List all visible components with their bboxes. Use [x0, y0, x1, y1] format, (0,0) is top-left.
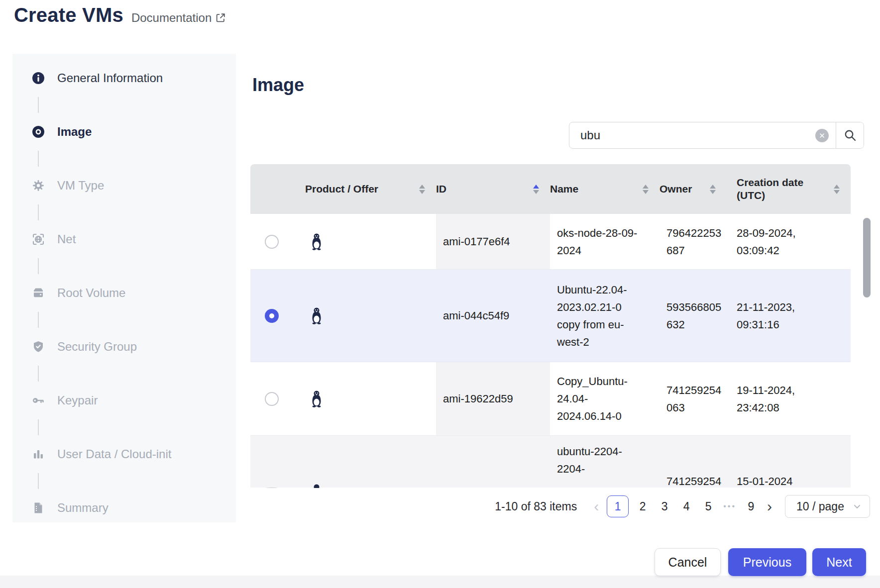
table-row-selected[interactable]: ami-044c54f9 Ubuntu-22.04-2023.02.21-0 c…: [250, 270, 851, 362]
sidebar-item-keypair[interactable]: Keypair: [31, 391, 98, 410]
sidebar-item-image[interactable]: Image: [31, 122, 92, 142]
step-connector: [38, 366, 39, 382]
sidebar-item-vm-type[interactable]: VM Type: [31, 176, 104, 196]
chevron-down-icon: [853, 502, 862, 511]
linux-penguin-icon: [309, 307, 436, 325]
cell-id: [436, 436, 550, 488]
cell-name: Copy_Ubuntu-24.04- 2024.06.14-0: [550, 362, 660, 435]
sidebar-item-label: User Data / Cloud-init: [57, 447, 171, 461]
cell-creation-date: 28-09-2024,03:09:42: [727, 214, 851, 269]
cancel-button[interactable]: Cancel: [655, 548, 721, 576]
table-row[interactable]: ubuntu-2204-2204- 741259254 15-01-2024: [250, 436, 851, 488]
page-button-5[interactable]: 5: [701, 500, 716, 513]
column-header-creation-date[interactable]: Creation date (UTC): [727, 164, 851, 214]
section-heading: Image: [252, 75, 304, 96]
cell-creation-date: 15-01-2024: [727, 436, 851, 488]
column-header-select: [250, 164, 293, 214]
radio-button[interactable]: [265, 235, 279, 249]
column-header-id[interactable]: ID: [436, 164, 550, 214]
sidebar-item-label: Summary: [57, 501, 109, 515]
disk-icon: [31, 286, 45, 300]
cell-owner: 796422253687: [660, 214, 727, 269]
wizard-steps-sidebar: General Information Image VM Type: [12, 54, 236, 522]
sidebar-item-general-information[interactable]: General Information: [31, 68, 163, 88]
page-button-9[interactable]: 9: [744, 500, 759, 513]
page-button-4[interactable]: 4: [679, 500, 694, 513]
sidebar-item-net[interactable]: Net: [31, 229, 76, 249]
sidebar-item-label: General Information: [57, 71, 163, 85]
table-body: ami-0177e6f4 oks-node-28-09-2024 7964222…: [250, 214, 851, 488]
sidebar-item-summary[interactable]: Summary: [31, 498, 109, 518]
cell-id: ami-0177e6f4: [436, 214, 550, 269]
table-header-row: Product / Offer ID Name Owner Creation d…: [250, 164, 851, 214]
document-icon: [31, 501, 45, 515]
linux-penguin-icon: [309, 484, 436, 488]
cell-owner: 593566805632: [660, 270, 727, 362]
info-icon: [31, 71, 45, 85]
sidebar-item-security-group[interactable]: Security Group: [31, 337, 137, 357]
cell-id: ami-044c54f9: [436, 270, 550, 362]
column-header-name[interactable]: Name: [550, 164, 660, 214]
next-button[interactable]: Next: [812, 548, 866, 576]
sort-icon[interactable]: [643, 185, 649, 194]
sort-icon-active-asc[interactable]: [533, 185, 539, 194]
step-connector: [38, 312, 39, 328]
table-row[interactable]: ami-0177e6f4 oks-node-28-09-2024 7964222…: [250, 214, 851, 270]
column-header-product-offer[interactable]: Product / Offer: [293, 164, 436, 214]
sidebar-item-root-volume[interactable]: Root Volume: [31, 283, 125, 303]
next-page-button[interactable]: ›: [762, 499, 777, 514]
page-header: Create VMs Documentation: [14, 4, 226, 26]
step-connector: [38, 419, 39, 435]
globe-scan-icon: [31, 232, 45, 246]
image-search: ubu ✕: [569, 122, 864, 149]
cell-id: ami-19622d59: [436, 362, 550, 435]
documentation-link[interactable]: Documentation: [131, 11, 226, 25]
radio-dot-icon: [31, 125, 45, 139]
cell-name: Ubuntu-22.04-2023.02.21-0 copy from eu-w…: [550, 270, 660, 362]
column-header-owner[interactable]: Owner: [660, 164, 727, 214]
cell-creation-date: 21-11-2023,09:31:16: [727, 270, 851, 362]
external-link-icon: [215, 12, 226, 23]
bar-chart-icon: [31, 447, 45, 461]
page-title: Create VMs: [14, 4, 123, 26]
footer-strip: [0, 576, 880, 588]
page-button-2[interactable]: 2: [635, 500, 650, 513]
linux-penguin-icon: [309, 390, 436, 408]
table-row[interactable]: ami-19622d59 Copy_Ubuntu-24.04- 2024.06.…: [250, 362, 851, 436]
search-value: ubu: [580, 128, 815, 142]
shield-check-icon: [31, 340, 45, 354]
page-button-1-active[interactable]: 1: [607, 495, 629, 517]
sort-icon[interactable]: [710, 185, 716, 194]
search-button[interactable]: [836, 122, 864, 148]
sidebar-item-label: Image: [57, 125, 92, 139]
sort-icon[interactable]: [834, 185, 840, 194]
cell-name: ubuntu-2204-2204-: [550, 436, 660, 488]
radio-button-selected[interactable]: [265, 309, 279, 323]
step-connector: [38, 258, 39, 274]
clear-search-button[interactable]: ✕: [815, 129, 829, 142]
radio-button[interactable]: [265, 392, 279, 406]
cell-name: oks-node-28-09-2024: [550, 214, 660, 269]
x-circle-icon: ✕: [819, 132, 825, 139]
step-connector: [38, 204, 39, 220]
prev-page-button[interactable]: ‹: [589, 499, 604, 514]
page-button-3[interactable]: 3: [657, 500, 672, 513]
cell-owner: 741259254063: [660, 362, 727, 435]
search-input[interactable]: ubu ✕: [569, 122, 836, 148]
sort-icon[interactable]: [419, 185, 425, 194]
documentation-link-label: Documentation: [131, 11, 212, 25]
sidebar-item-label: Net: [57, 232, 76, 246]
step-connector: [38, 151, 39, 167]
pagination-total: 1-10 of 83 items: [495, 500, 577, 513]
radio-button[interactable]: [265, 488, 279, 488]
table-scrollbar-thumb[interactable]: [863, 218, 871, 297]
cell-creation-date: 19-11-2024,23:42:08: [727, 362, 851, 435]
sidebar-item-user-data[interactable]: User Data / Cloud-init: [31, 444, 171, 464]
step-connector: [38, 97, 39, 113]
previous-button[interactable]: Previous: [728, 548, 806, 576]
sidebar-item-label: Security Group: [57, 340, 137, 354]
sidebar-item-label: Root Volume: [57, 286, 125, 300]
page-size-select[interactable]: 10 / page: [785, 495, 870, 518]
pagination-ellipsis[interactable]: •••: [723, 502, 736, 511]
linux-penguin-icon: [309, 233, 436, 251]
